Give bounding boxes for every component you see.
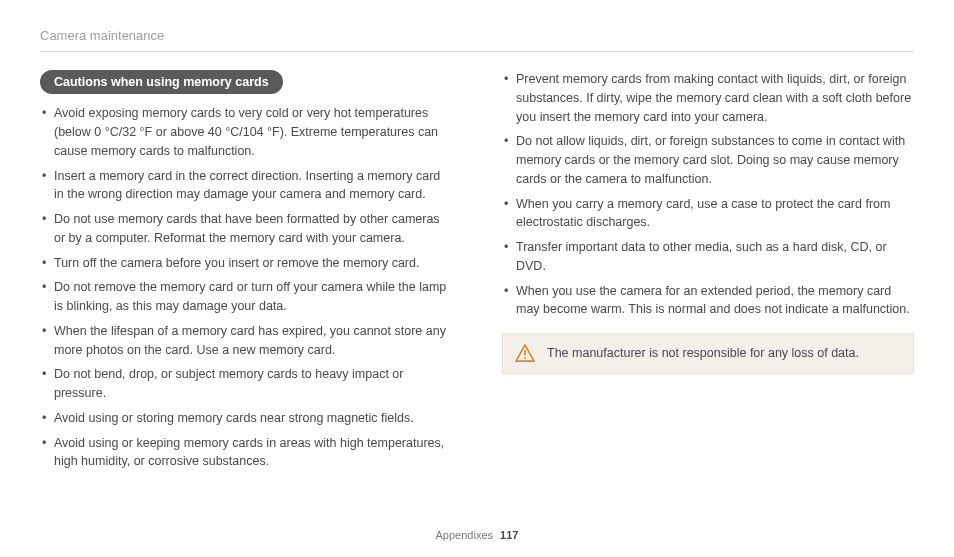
content-columns: Cautions when using memory cards Avoid e… bbox=[40, 70, 914, 477]
svg-rect-2 bbox=[524, 357, 526, 359]
right-column: Prevent memory cards from making contact… bbox=[502, 70, 914, 477]
list-item: Avoid exposing memory cards to very cold… bbox=[40, 104, 452, 160]
list-item: Do not use memory cards that have been f… bbox=[40, 210, 452, 248]
footer-page-number: 117 bbox=[500, 529, 518, 541]
list-item: Avoid using or storing memory cards near… bbox=[40, 409, 452, 428]
list-item: Insert a memory card in the correct dire… bbox=[40, 167, 452, 205]
left-bullet-list: Avoid exposing memory cards to very cold… bbox=[40, 104, 452, 471]
page-footer: Appendixes 117 bbox=[0, 529, 954, 541]
list-item: Do not remove the memory card or turn of… bbox=[40, 278, 452, 316]
list-item: Turn off the camera before you insert or… bbox=[40, 254, 452, 273]
list-item: When you carry a memory card, use a case… bbox=[502, 195, 914, 233]
list-item: Do not allow liquids, dirt, or foreign s… bbox=[502, 132, 914, 188]
list-item: When you use the camera for an extended … bbox=[502, 282, 914, 320]
page: Camera maintenance Cautions when using m… bbox=[0, 0, 954, 517]
caution-text: The manufacturer is not responsible for … bbox=[547, 346, 859, 360]
caution-icon bbox=[515, 344, 535, 362]
caution-note: The manufacturer is not responsible for … bbox=[502, 333, 914, 374]
list-item: Transfer important data to other media, … bbox=[502, 238, 914, 276]
footer-section: Appendixes bbox=[436, 529, 494, 541]
header-rule bbox=[40, 51, 914, 52]
list-item: When the lifespan of a memory card has e… bbox=[40, 322, 452, 360]
list-item: Do not bend, drop, or subject memory car… bbox=[40, 365, 452, 403]
list-item: Prevent memory cards from making contact… bbox=[502, 70, 914, 126]
left-column: Cautions when using memory cards Avoid e… bbox=[40, 70, 452, 477]
svg-rect-1 bbox=[524, 350, 526, 356]
list-item: Avoid using or keeping memory cards in a… bbox=[40, 434, 452, 472]
section-heading-pill: Cautions when using memory cards bbox=[40, 70, 283, 94]
right-bullet-list: Prevent memory cards from making contact… bbox=[502, 70, 914, 319]
page-title: Camera maintenance bbox=[40, 28, 914, 43]
